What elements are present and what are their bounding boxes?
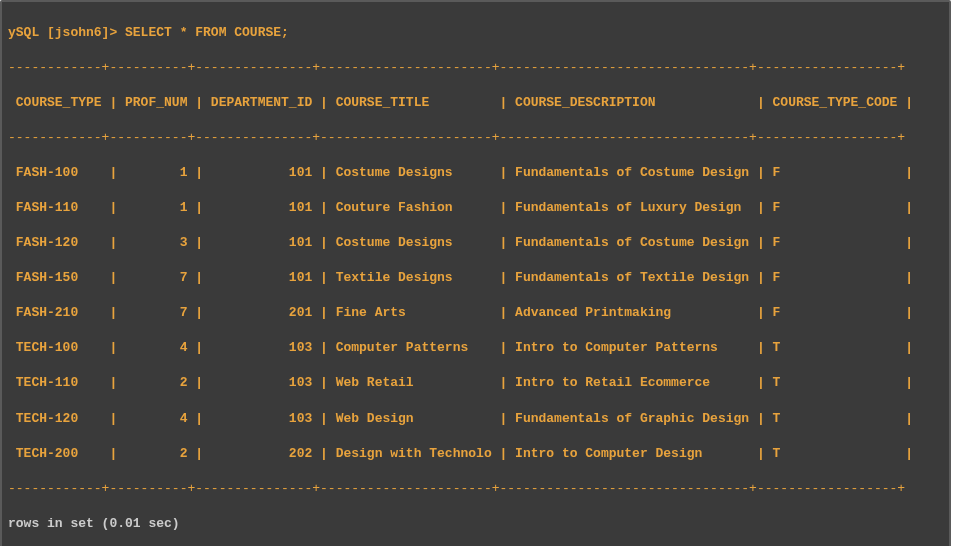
table-row: TECH-120 | 4 | 103 | Web Design | Fundam… [8,410,943,428]
table-border-top: ------------+----------+---------------+… [8,59,943,77]
table-row: FASH-120 | 3 | 101 | Costume Designs | F… [8,234,943,252]
table-row: FASH-150 | 7 | 101 | Textile Designs | F… [8,269,943,287]
table-header-course: COURSE_TYPE | PROF_NUM | DEPARTMENT_ID |… [8,94,943,112]
table-row: FASH-100 | 1 | 101 | Costume Designs | F… [8,164,943,182]
result-summary-course: rows in set (0.01 sec) [8,515,943,533]
table-row: TECH-200 | 2 | 202 | Design with Technol… [8,445,943,463]
table-row: TECH-110 | 2 | 103 | Web Retail | Intro … [8,374,943,392]
table-border-bot: ------------+----------+---------------+… [8,480,943,498]
mysql-terminal-course: ySQL [jsohn6]> SELECT * FROM COURSE; ---… [0,0,951,546]
table-border-mid: ------------+----------+---------------+… [8,129,943,147]
sql-prompt-course: ySQL [jsohn6]> SELECT * FROM COURSE; [8,24,943,42]
table-row: TECH-100 | 4 | 103 | Computer Patterns |… [8,339,943,357]
table-row: FASH-210 | 7 | 201 | Fine Arts | Advance… [8,304,943,322]
table-row: FASH-110 | 1 | 101 | Couture Fashion | F… [8,199,943,217]
